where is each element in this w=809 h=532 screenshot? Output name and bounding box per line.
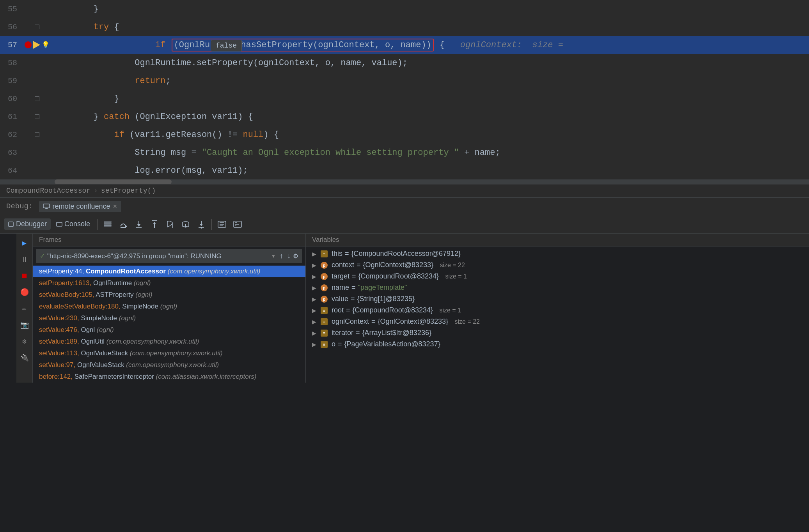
- sidebar-snapshot-button[interactable]: 📷: [18, 319, 31, 331]
- frame-package: (ognl): [117, 314, 136, 322]
- session-name: remote confluence: [52, 202, 110, 211]
- evaluate-expression-button[interactable]: [215, 217, 229, 231]
- force-step-into-button[interactable]: [194, 217, 208, 231]
- variables-panel: Variables ▶ ≡ this = {CompoundRootAccess…: [306, 234, 809, 383]
- code-line-63: 63 String msg = "Caught an Ognl exceptio…: [0, 144, 809, 161]
- frame-item[interactable]: evaluateSetValueBody:180, SimpleNode (og…: [33, 301, 305, 312]
- sidebar-settings-button[interactable]: ⚙: [18, 335, 31, 348]
- var-expand-icon[interactable]: ▶: [312, 262, 318, 268]
- frames-list-button[interactable]: [101, 217, 115, 231]
- breakpoint-icon[interactable]: [25, 41, 32, 48]
- sidebar-rerun-button[interactable]: 🔴: [18, 286, 31, 298]
- code-line-55: 55 }: [0, 0, 809, 18]
- frame-item[interactable]: setValue:230, SimpleNode (ognl): [33, 312, 305, 324]
- scrollbar-thumb[interactable]: [55, 179, 172, 184]
- step-into-button[interactable]: [132, 217, 146, 231]
- run-to-cursor-button[interactable]: [163, 217, 177, 231]
- var-expand-icon[interactable]: ▶: [312, 319, 318, 325]
- tab-debugger[interactable]: Debugger: [4, 218, 51, 230]
- line-gutter-62: [23, 132, 51, 137]
- sidebar-stop-button[interactable]: ⏹: [18, 270, 31, 282]
- svg-marker-14: [153, 222, 156, 224]
- frame-item[interactable]: setValue:476, Ognl (ognl): [33, 324, 305, 336]
- frame-location: setValue:189,: [39, 338, 79, 346]
- thread-up-button[interactable]: ↑: [278, 251, 285, 261]
- session-tab[interactable]: remote confluence ✕: [39, 201, 121, 212]
- var-type-icon: ≡: [321, 318, 328, 325]
- frame-location: before:142,: [39, 373, 73, 381]
- frames-panel-header: Frames: [33, 234, 305, 246]
- line-gutter-60: [23, 96, 51, 101]
- step-out-icon: [150, 220, 159, 229]
- line-number-56: 56: [0, 23, 23, 32]
- fold-icon-56: [35, 25, 39, 29]
- sidebar-edit-button[interactable]: ✏: [18, 302, 31, 315]
- sidebar-plugins-button[interactable]: 🔌: [18, 351, 31, 364]
- var-expand-icon[interactable]: ▶: [312, 341, 318, 348]
- frame-location: setValue:230,: [39, 314, 79, 322]
- tab-console[interactable]: Console: [52, 218, 94, 230]
- drop-frame-button[interactable]: [179, 217, 193, 231]
- var-size: size = 1: [438, 307, 461, 314]
- frame-item[interactable]: before:142, SafeParametersInterceptor (c…: [33, 371, 305, 383]
- frame-item[interactable]: setValue:97, OgnlValueStack (com.opensym…: [33, 359, 305, 371]
- session-close-button[interactable]: ✕: [113, 203, 117, 209]
- list-icon: [104, 221, 112, 227]
- var-value: {CompoundRootAccessor@67912}: [351, 250, 461, 258]
- thread-filter-button[interactable]: ⚙: [293, 251, 298, 261]
- thread-down-button[interactable]: ↓: [286, 251, 292, 261]
- monitor-icon: [43, 204, 50, 209]
- sidebar-resume-button[interactable]: ▶: [18, 237, 31, 249]
- var-expand-icon[interactable]: ▶: [312, 296, 318, 302]
- var-equals: =: [351, 295, 355, 303]
- var-expand-icon[interactable]: ▶: [312, 251, 318, 257]
- frame-item[interactable]: setProperty:44, CompoundRootAccessor (co…: [33, 266, 305, 277]
- var-expand-icon[interactable]: ▶: [312, 273, 318, 280]
- frame-item[interactable]: setProperty:1613, OgnlRuntime (ognl): [33, 277, 305, 289]
- thread-selector[interactable]: ✓ "http-nio-8090-exec-6"@42,975 in group…: [36, 249, 302, 263]
- var-expand-icon[interactable]: ▶: [312, 285, 318, 291]
- frame-package: (com.opensymphony.xwork.util): [124, 361, 219, 369]
- line-number-58: 58: [0, 59, 23, 67]
- step-out-button[interactable]: [147, 217, 161, 231]
- frame-class: SimpleNode: [121, 303, 158, 310]
- thread-dropdown-icon: ▼: [271, 254, 276, 259]
- variable-item: ▶ p value = {String[1]@83235}: [306, 293, 809, 305]
- var-type-icon: ≡: [321, 341, 328, 348]
- var-name: o: [332, 340, 335, 348]
- code-lines: 55 } 56 try { 57 💡 if (OgnlRun: [0, 0, 809, 179]
- lightbulb-icon[interactable]: 💡: [42, 41, 50, 49]
- svg-marker-11: [137, 224, 140, 227]
- code-content-64: log.error(msg, var11);: [51, 166, 809, 176]
- debug-header: Debug: remote confluence ✕: [0, 197, 809, 215]
- var-type-icon: p: [321, 284, 328, 291]
- frame-item[interactable]: setValue:113, OgnlValueStack (com.opensy…: [33, 348, 305, 359]
- customize-button[interactable]: [231, 217, 245, 231]
- svg-rect-6: [104, 223, 112, 225]
- debug-panel: Debug: remote confluence ✕ Debugger Cons…: [0, 197, 809, 383]
- var-equals: =: [356, 329, 360, 337]
- frame-list: setProperty:44, CompoundRootAccessor (co…: [33, 266, 305, 383]
- breadcrumb: CompoundRootAccessor › setProperty(): [0, 184, 809, 197]
- var-expand-icon[interactable]: ▶: [312, 330, 318, 336]
- thread-name: "http-nio-8090-exec-6"@42,975 in group "…: [47, 252, 269, 260]
- step-over-button[interactable]: [116, 217, 130, 231]
- sidebar-pause-button[interactable]: ⏸: [18, 253, 31, 266]
- var-size: size = 22: [453, 318, 480, 325]
- code-line-59: 59 return;: [0, 72, 809, 90]
- var-equals: =: [352, 272, 356, 280]
- horizontal-scrollbar[interactable]: [0, 179, 809, 184]
- frame-item[interactable]: setValue:189, OgnlUtil (com.opensymphony…: [33, 336, 305, 348]
- var-value: {OgnlContext@83233}: [378, 317, 448, 326]
- var-expand-icon[interactable]: ▶: [312, 307, 318, 314]
- breadcrumb-item-1[interactable]: CompoundRootAccessor: [6, 187, 90, 195]
- code-line-62: 62 if (var11.getReason() != null) {: [0, 126, 809, 144]
- variable-item: ▶ ≡ this = {CompoundRootAccessor@67912}: [306, 248, 809, 259]
- frame-item[interactable]: setValueBody:105, ASTProperty (ognl): [33, 289, 305, 301]
- line-number-60: 60: [0, 94, 23, 103]
- var-equals: =: [351, 284, 356, 292]
- debug-label: Debug:: [6, 202, 33, 211]
- var-equals: =: [338, 340, 342, 348]
- fold-icon-61: [35, 114, 39, 119]
- breadcrumb-item-2[interactable]: setProperty(): [101, 187, 156, 195]
